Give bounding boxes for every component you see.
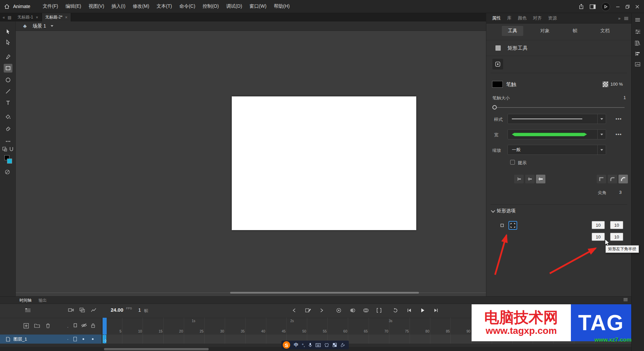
timeline-panel-menu-icon[interactable] xyxy=(623,298,628,301)
cap-square-button[interactable] xyxy=(536,175,545,183)
skin-icon[interactable] xyxy=(324,343,329,347)
tab-tool[interactable]: 工具 xyxy=(502,26,523,36)
stroke-style-select[interactable] xyxy=(507,114,606,124)
tab-frame[interactable]: 帧 xyxy=(567,26,583,36)
next-keyframe-icon[interactable] xyxy=(319,308,324,313)
play-icon[interactable] xyxy=(420,308,425,313)
step-forward-icon[interactable] xyxy=(433,308,439,313)
hinting-checkbox[interactable] xyxy=(510,160,515,165)
layer-outline-toggle[interactable] xyxy=(73,337,77,341)
snap-icon[interactable] xyxy=(9,146,14,152)
scene-chevron-down-icon[interactable] xyxy=(51,25,53,27)
stroke-alpha-icon[interactable] xyxy=(602,81,608,87)
menu-item[interactable]: 文件(F) xyxy=(39,3,62,9)
corner-radius-top-right-input[interactable] xyxy=(610,221,623,229)
menu-item[interactable]: 命令(C) xyxy=(176,3,199,9)
layer-visibility-toggle[interactable] xyxy=(83,338,84,340)
edit-keyframe-icon[interactable] xyxy=(305,308,311,313)
home-icon[interactable] xyxy=(4,4,10,9)
join-miter-button[interactable] xyxy=(597,175,606,183)
new-folder-icon[interactable] xyxy=(34,323,40,328)
wrench-icon[interactable] xyxy=(340,343,345,347)
brush-tool-icon[interactable] xyxy=(4,52,12,61)
edit-symbols-icon[interactable]: ♣ xyxy=(23,23,27,29)
menu-item[interactable]: 控制(O) xyxy=(199,3,222,9)
line-tool-icon[interactable] xyxy=(4,87,12,96)
outline-column-icon[interactable] xyxy=(73,323,77,327)
scrollbar-thumb[interactable] xyxy=(230,292,419,294)
rect-options-header[interactable]: 矩形选项 xyxy=(491,207,516,215)
cap-round-button[interactable] xyxy=(525,175,535,183)
corner-radius-top-left-input[interactable] xyxy=(592,221,605,229)
pasteboard[interactable] xyxy=(16,31,486,296)
stroke-size-value[interactable]: 1 xyxy=(624,95,626,100)
highlight-column-icon[interactable]: · xyxy=(67,324,68,330)
corner-radius-single-button[interactable] xyxy=(498,221,506,230)
mic-icon[interactable] xyxy=(309,343,312,347)
center-playhead-icon[interactable] xyxy=(336,308,341,313)
corner-radius-bottom-right-input[interactable] xyxy=(610,233,623,241)
eraser-tool-icon[interactable] xyxy=(4,124,12,133)
align-panel-icon[interactable] xyxy=(635,51,640,56)
prev-keyframe-icon[interactable] xyxy=(292,308,297,313)
stage[interactable] xyxy=(232,96,416,230)
join-round-button[interactable] xyxy=(608,175,617,183)
tab-align[interactable]: 对齐 xyxy=(533,15,542,21)
restore-button[interactable] xyxy=(626,5,630,9)
menu-item[interactable]: 帮助(H) xyxy=(270,3,293,9)
minimize-button[interactable] xyxy=(616,5,620,9)
ime-punctuation-icon[interactable]: °, xyxy=(302,343,305,348)
workspace-layout-icon[interactable] xyxy=(590,4,596,9)
canvas-horizontal-scrollbar[interactable] xyxy=(16,292,486,294)
assets-panel-icon[interactable] xyxy=(635,62,640,67)
menu-item[interactable]: 文本(T) xyxy=(153,3,176,9)
library-panel-icon[interactable] xyxy=(635,41,640,46)
edit-multiple-frames-icon[interactable] xyxy=(376,308,382,313)
collapse-dock-icon[interactable]: « xyxy=(3,15,5,20)
tab-list-icon[interactable]: ▤ xyxy=(8,15,11,20)
tab-properties[interactable]: 属性 xyxy=(492,15,501,21)
more-tools-icon[interactable] xyxy=(4,137,12,146)
layer-highlight-dot[interactable]: · xyxy=(67,337,68,342)
stroke-style-options-button[interactable]: ••• xyxy=(615,116,622,122)
section-collapse-chevron-icon[interactable] xyxy=(491,208,495,213)
stroke-size-slider[interactable] xyxy=(492,105,625,110)
tab-timeline[interactable]: 时间轴 xyxy=(19,298,32,303)
oval-tool-icon[interactable] xyxy=(4,76,12,84)
layers-icon[interactable] xyxy=(25,308,31,313)
fill-color-swatch[interactable] xyxy=(7,159,12,164)
share-icon[interactable] xyxy=(579,4,584,9)
playhead[interactable] xyxy=(103,318,107,335)
stroke-alpha-value[interactable]: 100 % xyxy=(610,82,623,87)
object-drawing-icon[interactable] xyxy=(2,146,7,152)
scrollbar-thumb[interactable] xyxy=(104,348,209,350)
stroke-scale-select[interactable]: 一般 xyxy=(507,145,606,155)
onion-skin-icon[interactable] xyxy=(350,308,356,313)
tab-color[interactable]: 颜色 xyxy=(518,15,527,21)
fps-value[interactable]: 24.00 xyxy=(111,307,123,313)
menu-item[interactable]: 修改(M) xyxy=(129,3,153,9)
delete-layer-icon[interactable] xyxy=(46,323,50,328)
layer-name[interactable]: 图层_1 xyxy=(13,336,27,342)
menu-item[interactable]: 插入(I) xyxy=(108,3,129,9)
toolbox-icon[interactable] xyxy=(333,343,337,347)
width-profile-options-button[interactable]: ••• xyxy=(615,131,622,137)
layer-row-header[interactable]: 图层_1 · xyxy=(0,335,102,344)
current-frame-value[interactable]: 1 xyxy=(138,307,141,313)
cap-butt-button[interactable] xyxy=(514,175,524,183)
tab-assets[interactable]: 资源 xyxy=(548,15,557,21)
corner-radius-bottom-left-input[interactable] xyxy=(592,233,605,241)
properties-panel-icon[interactable] xyxy=(635,29,641,34)
default-colors-icon[interactable] xyxy=(5,169,10,175)
width-profile-select[interactable] xyxy=(507,129,606,139)
miter-value[interactable]: 3 xyxy=(619,190,622,195)
quick-preview-icon[interactable] xyxy=(601,2,610,11)
graph-icon[interactable] xyxy=(91,308,96,312)
new-layer-icon[interactable] xyxy=(23,323,29,328)
stroke-color-swatch[interactable] xyxy=(492,81,503,88)
corner-radius-lock-button[interactable] xyxy=(508,221,517,230)
subselection-tool-icon[interactable] xyxy=(4,38,12,47)
tab-output[interactable]: 输出 xyxy=(39,298,47,303)
sogou-logo-icon[interactable]: S xyxy=(283,341,290,349)
tab-object[interactable]: 对象 xyxy=(534,26,556,36)
